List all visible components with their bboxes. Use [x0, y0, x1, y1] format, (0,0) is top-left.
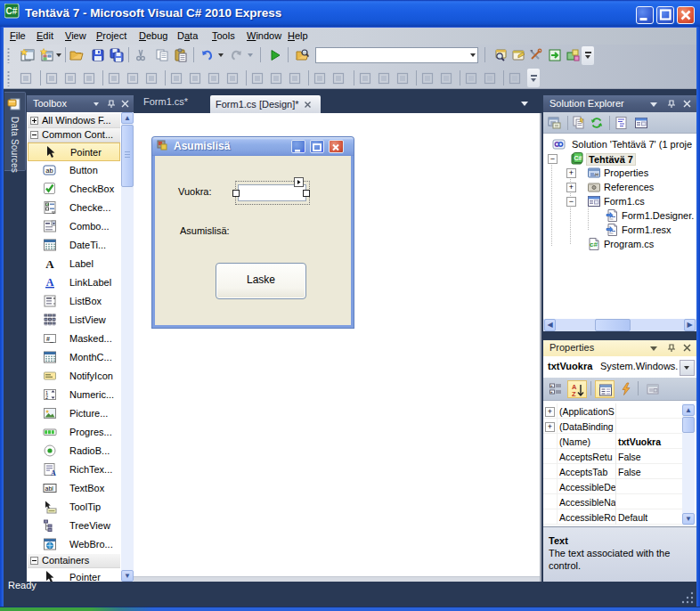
svg-text:A: A [46, 276, 54, 289]
svg-text:Z: Z [572, 390, 576, 397]
svg-text:abl: abl [45, 485, 54, 492]
svg-text:ab: ab [45, 167, 53, 175]
svg-text:2: 2 [45, 395, 48, 400]
svg-text:A: A [45, 257, 54, 271]
svg-text:C#: C# [6, 6, 18, 16]
svg-text:#_: #_ [46, 336, 53, 343]
svg-text:A: A [51, 469, 56, 477]
svg-text:c#: c# [590, 240, 598, 248]
svg-text:+: + [550, 390, 553, 395]
svg-text:+: + [550, 384, 553, 388]
svg-text:C#: C# [574, 155, 582, 161]
